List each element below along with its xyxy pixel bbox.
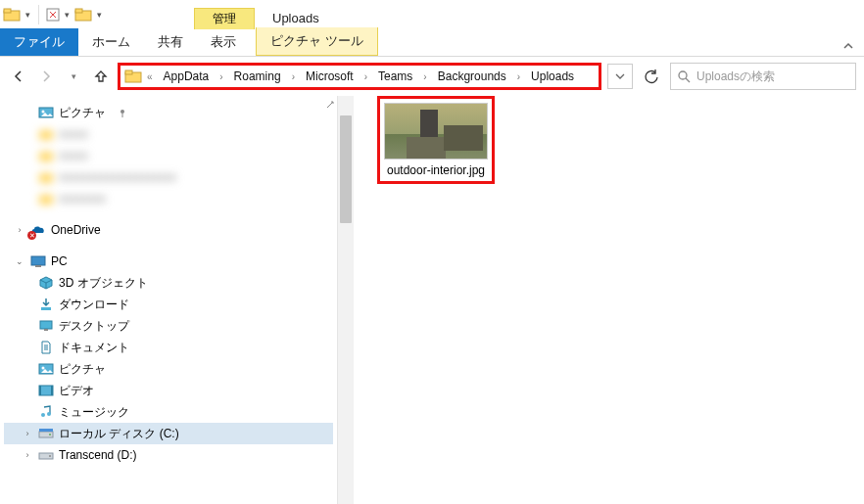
tree-twisty[interactable]: › bbox=[22, 450, 33, 460]
tree-label: OneDrive bbox=[51, 223, 101, 237]
tree-desktop[interactable]: デスクトップ bbox=[4, 315, 333, 337]
tree-documents[interactable]: ドキュメント bbox=[4, 337, 333, 358]
qat-properties-icon[interactable] bbox=[45, 7, 61, 23]
picture-icon bbox=[38, 105, 54, 120]
tree-item-blurred[interactable]: xxxxxxxx bbox=[4, 188, 333, 209]
tree-downloads[interactable]: ダウンロード bbox=[4, 294, 333, 315]
scrollbar-thumb[interactable] bbox=[340, 115, 352, 223]
crumb-appdata[interactable]: AppData bbox=[158, 68, 216, 85]
document-icon bbox=[38, 340, 54, 355]
tab-home[interactable]: ホーム bbox=[78, 28, 144, 56]
crumb-microsoft[interactable]: Microsoft bbox=[300, 68, 360, 85]
tree-item-blurred[interactable]: xxxxx bbox=[4, 145, 333, 166]
quick-access-toolbar: ▾ ▾ ▾ bbox=[0, 5, 106, 24]
context-tab-manage[interactable]: 管理 bbox=[194, 8, 255, 29]
breadcrumb-overflow[interactable]: « bbox=[144, 71, 156, 82]
svg-rect-13 bbox=[39, 130, 53, 140]
chevron-right-icon[interactable]: › bbox=[514, 71, 523, 82]
tree-label: ダウンロード bbox=[59, 297, 129, 313]
crumb-backgrounds[interactable]: Backgrounds bbox=[432, 68, 512, 85]
crumb-teams[interactable]: Teams bbox=[372, 68, 418, 85]
picture-icon bbox=[38, 361, 54, 377]
tree-label: ミュージック bbox=[59, 404, 129, 421]
tree-item-blurred[interactable]: xxxxx bbox=[4, 123, 333, 145]
tree-twisty[interactable]: › bbox=[14, 225, 25, 235]
tree-onedrive[interactable]: › ✕ OneDrive bbox=[4, 219, 333, 241]
chevron-right-icon[interactable]: › bbox=[289, 71, 298, 82]
scrollbar-vertical[interactable] bbox=[338, 96, 354, 504]
qat-dropdown-1[interactable]: ▾ bbox=[24, 10, 32, 20]
main-area: ピクチャ xxxxx xxxxx xxxxxxxxxxxxxxxxxxxx xx… bbox=[0, 96, 864, 504]
nav-forward-button[interactable] bbox=[35, 66, 57, 87]
svg-rect-14 bbox=[39, 152, 53, 161]
file-thumbnail bbox=[384, 103, 488, 160]
ribbon: ファイル ホーム 共有 表示 ピクチャ ツール bbox=[0, 29, 864, 57]
pc-icon bbox=[30, 253, 46, 269]
tree-label: PC bbox=[51, 254, 68, 268]
search-input[interactable] bbox=[696, 69, 849, 83]
app-icon bbox=[2, 5, 22, 24]
nav-recent-dropdown[interactable]: ▾ bbox=[63, 66, 84, 87]
tree-local-disk-c[interactable]: › ローカル ディスク (C:) bbox=[4, 423, 333, 444]
cube-icon bbox=[38, 275, 54, 291]
svg-rect-6 bbox=[125, 70, 132, 74]
chevron-right-icon[interactable]: › bbox=[361, 71, 370, 82]
nav-up-button[interactable] bbox=[90, 66, 112, 87]
navigation-pane[interactable]: ピクチャ xxxxx xxxxx xxxxxxxxxxxxxxxxxxxx xx… bbox=[0, 96, 338, 504]
qat-overflow[interactable]: ▾ bbox=[95, 10, 104, 20]
ribbon-expand-icon[interactable] bbox=[833, 36, 864, 56]
tab-share[interactable]: 共有 bbox=[144, 28, 197, 56]
tab-file[interactable]: ファイル bbox=[0, 28, 78, 56]
tree-item-blurred[interactable]: xxxxxxxxxxxxxxxxxxxx bbox=[4, 166, 333, 188]
address-bar: ▾ « AppData › Roaming › Microsoft › Team… bbox=[0, 57, 864, 96]
svg-rect-4 bbox=[75, 9, 82, 13]
svg-rect-1 bbox=[4, 9, 11, 13]
tree-pc[interactable]: ⌄ PC bbox=[4, 251, 333, 272]
window-title: Uploads bbox=[255, 7, 337, 29]
music-icon bbox=[38, 404, 54, 420]
tree-pictures-folder[interactable]: ピクチャ bbox=[4, 358, 333, 380]
svg-point-11 bbox=[120, 110, 124, 114]
search-box[interactable] bbox=[670, 63, 856, 90]
qat-open-icon[interactable] bbox=[73, 5, 93, 24]
tab-picture-tools[interactable]: ピクチャ ツール bbox=[256, 27, 378, 56]
tree-label: ローカル ディスク (C:) bbox=[59, 426, 179, 442]
file-name: outdoor-interior.jpg bbox=[384, 163, 488, 177]
tree-3d-objects[interactable]: 3D オブジェクト bbox=[4, 272, 333, 294]
desktop-icon bbox=[38, 318, 54, 334]
svg-point-33 bbox=[49, 434, 51, 435]
pin-icon[interactable] bbox=[325, 100, 335, 110]
crumb-uploads[interactable]: Uploads bbox=[525, 68, 580, 85]
drive-icon bbox=[38, 447, 54, 463]
tree-label: 3D オブジェクト bbox=[59, 275, 148, 292]
tree-music[interactable]: ミュージック bbox=[4, 401, 333, 423]
refresh-button[interactable] bbox=[639, 64, 664, 89]
breadcrumb[interactable]: « AppData › Roaming › Microsoft › Teams … bbox=[118, 63, 601, 90]
chevron-right-icon[interactable]: › bbox=[216, 71, 225, 82]
svg-point-10 bbox=[42, 111, 45, 114]
file-item[interactable]: outdoor-interior.jpg bbox=[377, 96, 495, 184]
tree-label: ピクチャ bbox=[59, 361, 106, 378]
svg-point-26 bbox=[42, 367, 45, 370]
tree-transcend-d[interactable]: › Transcend (D:) bbox=[4, 444, 333, 466]
address-history-dropdown[interactable] bbox=[607, 64, 633, 89]
tree-label: ビデオ bbox=[59, 383, 94, 399]
tree-videos[interactable]: ビデオ bbox=[4, 380, 333, 401]
nav-back-button[interactable] bbox=[8, 66, 29, 87]
content-pane[interactable]: outdoor-interior.jpg bbox=[338, 96, 864, 504]
tab-view[interactable]: 表示 bbox=[197, 28, 250, 56]
svg-rect-28 bbox=[39, 386, 41, 395]
tree-twisty[interactable]: › bbox=[22, 429, 33, 438]
crumb-roaming[interactable]: Roaming bbox=[228, 68, 287, 85]
tree-twisty[interactable]: ⌄ bbox=[14, 256, 25, 266]
qat-dropdown-2[interactable]: ▾ bbox=[63, 10, 72, 20]
svg-rect-19 bbox=[41, 307, 51, 310]
pin-icon bbox=[115, 105, 130, 120]
svg-point-7 bbox=[679, 71, 687, 79]
svg-rect-34 bbox=[39, 429, 53, 432]
tree-pictures[interactable]: ピクチャ bbox=[4, 102, 333, 123]
chevron-right-icon[interactable]: › bbox=[420, 71, 429, 82]
title-bar: ▾ ▾ ▾ 管理 Uploads bbox=[0, 0, 864, 29]
svg-rect-21 bbox=[44, 329, 48, 331]
svg-point-36 bbox=[49, 455, 51, 457]
